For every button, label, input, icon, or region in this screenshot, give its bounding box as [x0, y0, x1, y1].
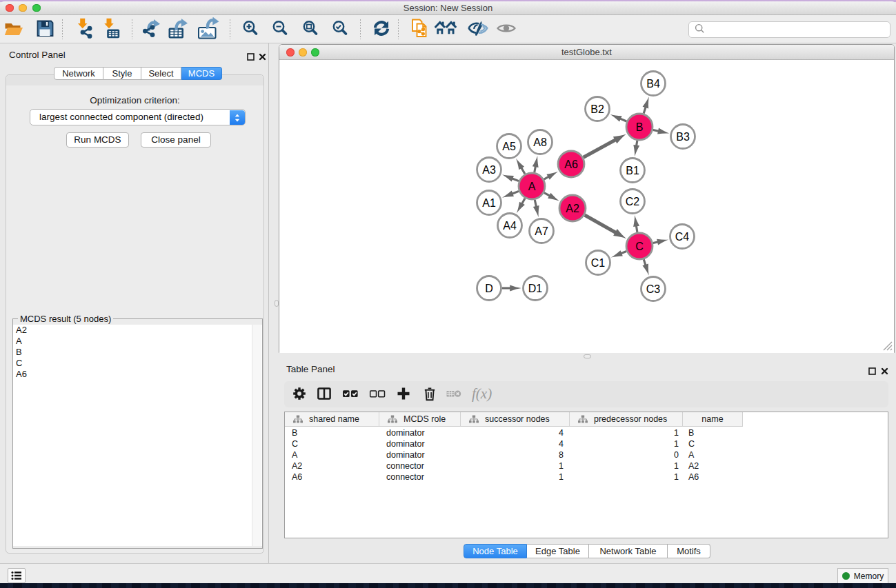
tab-node-table[interactable]: Node Table: [464, 544, 527, 558]
export-table-button[interactable]: [168, 19, 191, 41]
node-C2[interactable]: C2: [621, 190, 645, 214]
svg-text:A3: A3: [482, 164, 496, 176]
edge-A6-B[interactable]: [584, 139, 617, 157]
tab-network-table[interactable]: Network Table: [589, 544, 668, 558]
arrowhead: [548, 193, 559, 201]
edge-A2-C[interactable]: [585, 215, 617, 233]
column-header-successor-nodes[interactable]: successor nodes: [461, 412, 570, 427]
zoom-in-button[interactable]: [239, 19, 262, 41]
zoom-out-button[interactable]: [268, 19, 292, 41]
tab-style[interactable]: Style: [103, 67, 141, 80]
node-A2[interactable]: A2: [559, 195, 586, 221]
hide-selected-button[interactable]: [466, 19, 490, 41]
refresh-button[interactable]: [370, 19, 393, 41]
select-all-button[interactable]: [341, 385, 360, 405]
network-canvas[interactable]: AA1A2A3A4A5A6A7A8BB1B2B3B4CC1C2C3C4DD1: [279, 61, 894, 353]
cell-shared-name: C: [285, 438, 379, 449]
show-all-button[interactable]: [495, 19, 518, 41]
tab-motifs[interactable]: Motifs: [668, 544, 710, 558]
close-panel-icon[interactable]: [259, 51, 266, 63]
node-A7[interactable]: A7: [530, 219, 554, 243]
result-item[interactable]: C: [13, 358, 262, 369]
mcds-result-list[interactable]: A2ABCA6: [13, 325, 262, 546]
result-item[interactable]: B: [13, 347, 262, 358]
node-A[interactable]: A: [519, 173, 545, 199]
open-folder-button[interactable]: [2, 19, 26, 41]
node-B[interactable]: B: [626, 114, 653, 140]
tab-network[interactable]: Network: [54, 67, 103, 80]
float-panel-icon[interactable]: [247, 51, 255, 63]
columns-button[interactable]: [315, 385, 334, 405]
import-table-button[interactable]: [101, 19, 124, 41]
svg-text:B4: B4: [646, 78, 660, 90]
arrowhead: [517, 202, 525, 214]
node-A8[interactable]: A8: [528, 130, 552, 154]
result-item[interactable]: A: [13, 336, 262, 347]
zoom-selected-icon: [331, 19, 349, 40]
splitter-grip-bottom[interactable]: [584, 354, 591, 358]
column-header-name[interactable]: name: [683, 412, 743, 427]
svg-text:A4: A4: [503, 220, 517, 232]
org-chart-icon: [388, 415, 397, 424]
zoom-fit-button[interactable]: [299, 19, 322, 41]
splitter-grip-left[interactable]: [275, 300, 279, 307]
save-button[interactable]: [33, 19, 57, 41]
deselect-all-button[interactable]: [368, 385, 387, 405]
node-A6[interactable]: A6: [558, 151, 584, 177]
tab-edge-table[interactable]: Edge Table: [527, 544, 589, 558]
node-D[interactable]: D: [477, 276, 501, 301]
table-row[interactable]: A2connector11A2: [285, 460, 888, 472]
node-A3[interactable]: A3: [477, 158, 501, 182]
node-B2[interactable]: B2: [586, 97, 610, 121]
node-C4[interactable]: C4: [670, 225, 695, 249]
close-table-panel-icon[interactable]: [881, 365, 888, 378]
node-B1[interactable]: B1: [621, 159, 645, 183]
result-item[interactable]: A6: [13, 369, 262, 380]
column-header-predecessor-nodes[interactable]: predecessor nodes: [570, 412, 683, 427]
gear-button[interactable]: [290, 385, 309, 405]
table-row[interactable]: Adominator80A: [285, 449, 888, 460]
result-item[interactable]: A2: [13, 325, 262, 336]
cell-shared-name: B: [285, 427, 379, 438]
node-A1[interactable]: A1: [477, 191, 501, 215]
network-from-selection-button[interactable]: [408, 19, 431, 41]
criterion-dropdown[interactable]: largest connected component (directed): [30, 109, 246, 125]
node-A4[interactable]: A4: [498, 214, 522, 238]
table-row[interactable]: A6connector11A6: [285, 472, 888, 483]
column-header-shared-name[interactable]: shared name: [285, 412, 379, 427]
table-row[interactable]: Bdominator41B: [285, 427, 888, 438]
result-scrollbar[interactable]: [252, 325, 261, 546]
delete-button[interactable]: [420, 385, 439, 405]
memory-button[interactable]: Memory: [837, 568, 888, 583]
node-C3[interactable]: C3: [641, 277, 666, 301]
cell-successor-nodes: 1: [461, 460, 570, 472]
cell-successor-nodes: 8: [461, 449, 570, 460]
node-D1[interactable]: D1: [524, 276, 548, 301]
node-C1[interactable]: C1: [586, 251, 610, 275]
search-icon: [695, 23, 705, 37]
table-row[interactable]: Cdominator41C: [285, 438, 888, 449]
node-B4[interactable]: B4: [641, 72, 666, 96]
export-table-icon: [168, 17, 191, 42]
node-B3[interactable]: B3: [671, 125, 695, 149]
tab-mcds[interactable]: MCDS: [181, 67, 222, 80]
import-network-button[interactable]: [74, 19, 97, 41]
optimization-criterion-label: Optimization criterion:: [6, 95, 263, 105]
node-A5[interactable]: A5: [497, 134, 521, 159]
export-image-button[interactable]: [197, 19, 221, 41]
cell-name: A: [683, 449, 743, 460]
node-C[interactable]: C: [626, 233, 653, 259]
search-input[interactable]: [688, 21, 890, 38]
zoom-selected-button[interactable]: [328, 19, 352, 41]
first-neighbors-button[interactable]: [434, 19, 457, 41]
resize-grip-icon[interactable]: [880, 338, 893, 351]
add-button[interactable]: [394, 385, 413, 405]
float-table-panel-icon[interactable]: [868, 365, 876, 378]
close-panel-button[interactable]: Close panel: [141, 132, 211, 148]
tab-select[interactable]: Select: [141, 67, 181, 80]
show-all-icon: [496, 19, 517, 40]
task-history-button[interactable]: [8, 568, 26, 583]
column-header-MCDS-role[interactable]: MCDS role: [379, 412, 461, 427]
export-network-button[interactable]: [141, 19, 164, 41]
run-mcds-button[interactable]: Run MCDS: [66, 132, 129, 148]
